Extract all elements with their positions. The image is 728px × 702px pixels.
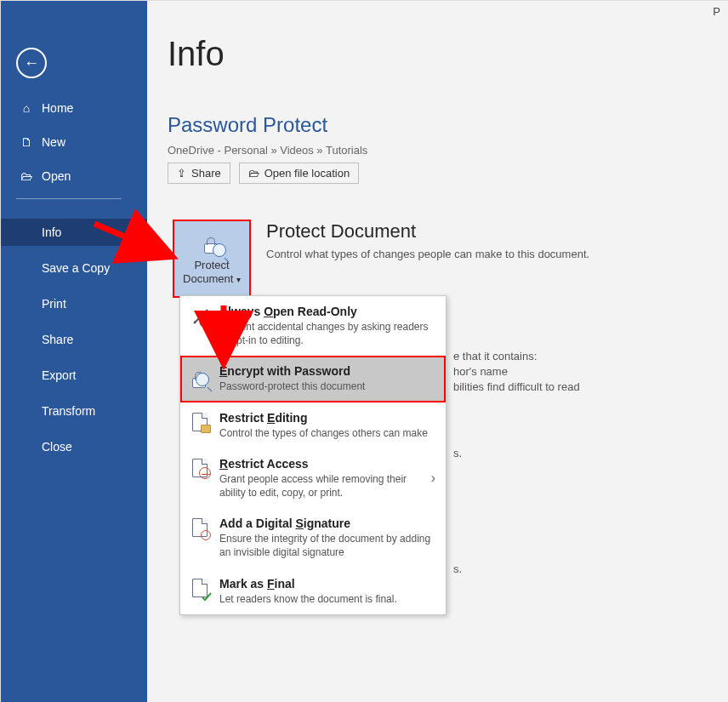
covered-text: e that it contains: <box>453 350 537 362</box>
folder-open-icon: 🗁 <box>248 167 259 180</box>
sidebar-separator <box>16 198 122 199</box>
sidebar-item-transform[interactable]: Transform <box>1 397 147 425</box>
sidebar-item-home[interactable]: ⌂ Home <box>1 94 147 122</box>
home-icon: ⌂ <box>18 101 35 115</box>
share-label: Share <box>191 167 221 180</box>
menu-item-mark-final[interactable]: Mark as Final Let readers know the docum… <box>180 568 446 614</box>
sidebar-item-open[interactable]: 🗁 Open <box>1 163 147 190</box>
page-restrict-icon <box>191 457 211 481</box>
menu-item-restrict-editing[interactable]: Restrict Editing Control the types of ch… <box>180 402 446 448</box>
sidebar-item-label: Transform <box>42 404 95 418</box>
protect-document-menu: Always Open Read-Only Prevent accidental… <box>179 295 446 615</box>
sidebar-item-share[interactable]: Share <box>1 326 147 353</box>
tile-line1: Protect <box>194 259 229 271</box>
section-title: Protect Document <box>266 220 416 243</box>
sidebar-item-export[interactable]: Export <box>1 362 147 389</box>
sidebar-item-label: Info <box>42 225 61 239</box>
covered-text: bilities find difficult to read <box>453 380 580 393</box>
backstage-sidebar: ← ⌂ Home 🗋 New 🗁 Open Info Save a Copy P… <box>1 1 147 702</box>
open-file-location-button[interactable]: 🗁 Open file location <box>239 163 359 184</box>
sidebar-item-label: Print <box>42 297 66 311</box>
sidebar-item-label: Share <box>42 333 73 346</box>
document-name: Password Protect <box>168 113 327 137</box>
sidebar-item-new[interactable]: 🗋 New <box>1 128 147 156</box>
back-button[interactable]: ← <box>16 48 47 78</box>
share-icon: ⇪ <box>177 167 186 180</box>
sidebar-item-label: Home <box>42 101 73 115</box>
tile-line2: Document <box>183 272 233 285</box>
sidebar-item-close[interactable]: Close <box>1 433 147 460</box>
sidebar-item-save-copy[interactable]: Save a Copy <box>1 254 147 282</box>
page-title: Info <box>168 35 225 73</box>
sidebar-item-print[interactable]: Print <box>1 290 147 317</box>
pencil-no-icon <box>191 305 211 328</box>
svg-line-3 <box>202 318 208 325</box>
open-loc-label: Open file location <box>264 167 350 180</box>
menu-item-read-only[interactable]: Always Open Read-Only Prevent accidental… <box>180 296 446 356</box>
sidebar-item-label: New <box>42 135 65 149</box>
doc-action-row: ⇪ Share 🗁 Open file location <box>168 163 359 184</box>
breadcrumb: OneDrive - Personal » Videos » Tutorials <box>168 144 367 157</box>
covered-text: s. <box>453 447 462 459</box>
page-ribbon-icon <box>191 517 211 540</box>
share-button[interactable]: ⇪ Share <box>168 163 230 184</box>
sidebar-item-label: Save a Copy <box>42 261 110 275</box>
sidebar-item-info[interactable]: Info <box>1 219 147 246</box>
menu-item-encrypt-password[interactable]: Encrypt with Password Password-protect t… <box>180 356 446 402</box>
lock-magnifier-icon <box>201 231 223 254</box>
page-check-icon <box>191 577 211 601</box>
menu-item-restrict-access[interactable]: Restrict Access Grant people access whil… <box>180 448 446 508</box>
arrow-left-icon: ← <box>24 55 39 71</box>
sidebar-item-label: Open <box>42 169 71 183</box>
protect-document-button[interactable]: Protect Document ▾ <box>173 220 251 298</box>
menu-item-digital-signature[interactable]: Add a Digital Signature Ensure the integ… <box>180 508 446 568</box>
folder-open-icon: 🗁 <box>18 169 35 183</box>
sidebar-item-label: Export <box>42 368 76 382</box>
page-icon: 🗋 <box>18 135 35 149</box>
backstage-main: Info Password Protect OneDrive - Persona… <box>147 1 728 702</box>
chevron-down-icon: ▾ <box>236 275 241 284</box>
covered-text: hor's name <box>453 365 508 378</box>
covered-text: s. <box>453 562 462 575</box>
cropped-text: P <box>713 5 720 18</box>
chevron-right-icon: › <box>431 471 435 486</box>
page-lock-icon <box>191 411 211 435</box>
lock-magnifier-icon <box>191 364 211 388</box>
sidebar-item-label: Close <box>42 440 72 454</box>
section-desc: Control what types of changes people can… <box>266 248 589 260</box>
